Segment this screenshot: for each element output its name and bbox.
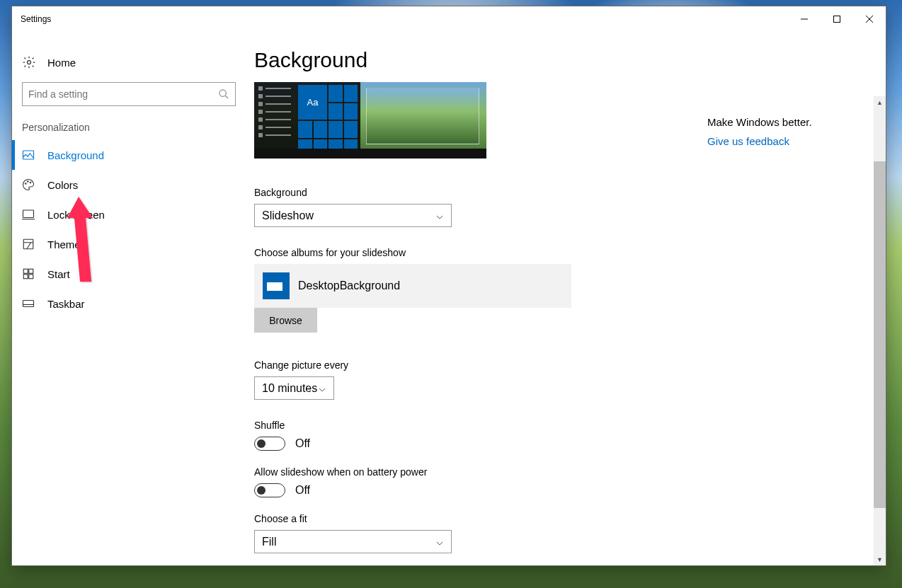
maximize-button[interactable]: [821, 6, 853, 31]
svg-rect-14: [23, 269, 28, 273]
svg-rect-18: [23, 301, 34, 307]
shuffle-toggle[interactable]: [254, 437, 285, 451]
sidebar-item-label: Lock screen: [47, 209, 105, 221]
folder-icon: [263, 272, 290, 299]
fit-label: Choose a fit: [254, 513, 706, 524]
picture-icon: [22, 149, 35, 161]
settings-window: Settings Home Personalization: [11, 6, 886, 566]
search-icon: [218, 88, 229, 100]
sidebar-item-label: Themes: [47, 238, 86, 250]
window-title: Settings: [21, 14, 51, 24]
battery-state: Off: [295, 484, 310, 497]
sidebar-item-themes[interactable]: Themes: [12, 229, 246, 259]
battery-label: Allow slideshow when on battery power: [254, 466, 706, 478]
background-label: Background: [254, 187, 706, 198]
chevron-down-icon: [435, 538, 444, 546]
vertical-scrollbar[interactable]: ▲ ▼: [874, 96, 886, 565]
palette-icon: [22, 178, 35, 191]
search-box[interactable]: [22, 82, 236, 106]
svg-point-5: [219, 90, 226, 96]
chevron-down-icon: [435, 212, 444, 220]
svg-rect-16: [23, 275, 28, 279]
window-controls: [788, 6, 886, 31]
search-input[interactable]: [28, 88, 218, 100]
svg-rect-15: [29, 269, 33, 273]
category-header: Personalization: [12, 122, 246, 140]
page-title: Background: [254, 48, 706, 72]
svg-rect-1: [834, 16, 840, 22]
svg-rect-17: [29, 275, 33, 279]
change-picture-dropdown[interactable]: 10 minutes: [254, 376, 334, 400]
shuffle-state: Off: [295, 437, 310, 450]
sidebar-item-label: Start: [47, 268, 70, 280]
album-name: DesktopBackground: [298, 279, 400, 292]
sidebar-item-start[interactable]: Start: [12, 259, 246, 289]
sidebar-item-taskbar[interactable]: Taskbar: [12, 289, 246, 318]
feedback-panel: Make Windows better. Give us feedback: [707, 116, 863, 147]
feedback-link[interactable]: Give us feedback: [707, 135, 863, 147]
svg-rect-11: [23, 210, 34, 218]
start-icon: [22, 267, 35, 280]
battery-toggle[interactable]: [254, 483, 285, 497]
background-dropdown-value: Slideshow: [262, 209, 314, 222]
scrollbar-thumb[interactable]: [874, 161, 886, 508]
fit-value: Fill: [262, 536, 276, 548]
svg-rect-13: [23, 239, 33, 249]
close-button[interactable]: [853, 6, 886, 31]
sidebar-item-colors[interactable]: Colors: [12, 170, 246, 200]
lock-screen-icon: [22, 208, 35, 221]
change-picture-value: 10 minutes: [262, 382, 317, 395]
sidebar: Home Personalization Background Colors L…: [12, 31, 246, 565]
content-area: Background: [246, 31, 886, 565]
svg-point-10: [30, 182, 31, 183]
desktop-preview: Aa: [254, 82, 486, 158]
background-dropdown[interactable]: Slideshow: [254, 204, 452, 227]
titlebar: Settings: [12, 6, 886, 31]
home-label: Home: [47, 57, 76, 69]
minimize-button[interactable]: [788, 6, 821, 31]
sidebar-item-background[interactable]: Background: [12, 140, 246, 170]
taskbar-icon: [22, 297, 35, 310]
sidebar-item-label: Taskbar: [47, 298, 85, 310]
themes-icon: [22, 238, 35, 250]
svg-point-8: [25, 183, 27, 185]
albums-label: Choose albums for your slideshow: [254, 247, 706, 258]
sidebar-item-label: Colors: [47, 179, 78, 191]
scroll-up-icon[interactable]: ▲: [874, 96, 886, 108]
svg-line-6: [225, 96, 228, 98]
change-picture-label: Change picture every: [254, 359, 706, 371]
gear-icon: [22, 55, 36, 69]
sidebar-item-label: Background: [47, 149, 104, 161]
svg-point-9: [28, 181, 29, 183]
feedback-heading: Make Windows better.: [707, 116, 863, 128]
scroll-down-icon[interactable]: ▼: [874, 553, 886, 565]
svg-point-4: [28, 61, 31, 64]
browse-button[interactable]: Browse: [254, 308, 317, 333]
fit-dropdown[interactable]: Fill: [254, 530, 452, 553]
sidebar-item-lock-screen[interactable]: Lock screen: [12, 200, 246, 229]
shuffle-label: Shuffle: [254, 420, 706, 431]
album-item[interactable]: DesktopBackground: [254, 264, 571, 308]
chevron-down-icon: [318, 384, 326, 393]
preview-tile-aa: Aa: [298, 85, 327, 120]
home-button[interactable]: Home: [12, 51, 246, 82]
